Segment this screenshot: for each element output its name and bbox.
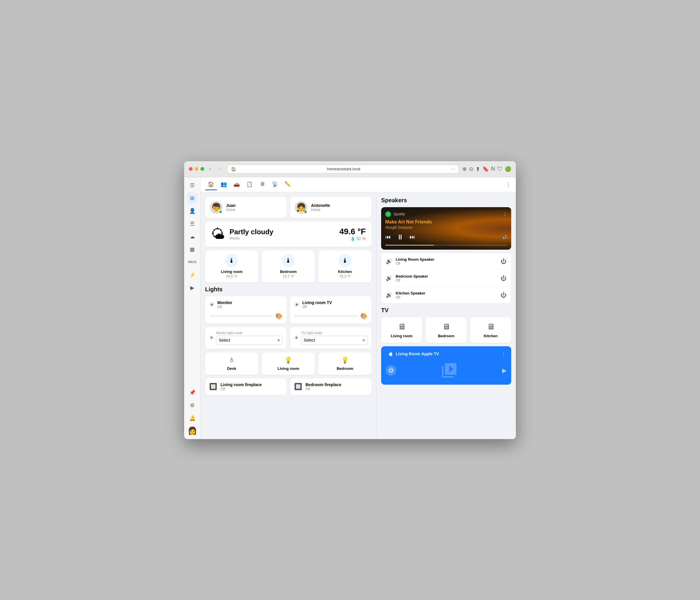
tv-name-bedroom: Bedroom (438, 334, 454, 338)
hacs-nav[interactable]: HACS (186, 256, 198, 268)
car-tab[interactable]: 🚗 (231, 179, 242, 190)
list-tab[interactable]: 📋 (244, 179, 255, 190)
speaker-power-bedroom[interactable]: ⏻ (501, 275, 506, 282)
tv-room-living[interactable]: 🖥 Living room (381, 317, 422, 343)
tv-room-kitchen[interactable]: 🖥 Kitchen (470, 317, 511, 343)
light-slider-monitor[interactable] (209, 315, 273, 317)
close-button[interactable] (189, 167, 193, 171)
traffic-lights (189, 167, 204, 171)
share-box-icon[interactable]: ⬆ (476, 166, 480, 172)
speaker-icon-bedroom: 🔊 (386, 275, 392, 281)
tv-mode-icon: ☀ (294, 334, 299, 341)
tv-mode-value: Select (304, 338, 362, 343)
thermo-kitchen[interactable]: 🌡 Kitchen 79.3 °F (318, 250, 372, 282)
monitor-mode-label: Monitor light mode (216, 331, 282, 334)
profile-icon[interactable]: 🟢 (505, 166, 511, 172)
speaker-power-kitchen[interactable]: ⏻ (501, 292, 506, 299)
desk-light-card[interactable]: 🕯 Desk (205, 352, 258, 375)
bookmark-icon[interactable]: 🔖 (482, 166, 489, 172)
address-more-button[interactable]: ··· (451, 167, 455, 172)
grid-nav[interactable]: ▦ (186, 244, 198, 255)
speaker-info-kitchen: Kitchen Speaker Off (396, 291, 425, 299)
maximize-button[interactable] (200, 167, 204, 171)
light-status-living-tv: Off (302, 305, 332, 309)
apple-tv-name: Living Room Apple TV (396, 351, 501, 356)
light-header-monitor: ☀ Monitor Off (209, 300, 282, 309)
palette-icon-living-tv[interactable]: 🎨 (360, 312, 368, 320)
living-light-card[interactable]: 💡 Living room (262, 352, 315, 375)
light-info-monitor: Monitor Off (217, 300, 232, 309)
speaker-status-living: Off (396, 261, 434, 266)
apple-tv-play-button[interactable]: ▶ (502, 367, 506, 374)
user-card-antonette[interactable]: 👧 Antonette Home (290, 197, 372, 218)
hamburger-menu[interactable]: ☰ (186, 179, 198, 191)
spotify-more-button[interactable]: ⋮ (502, 211, 507, 217)
user-avatar-nav[interactable]: 👩 (186, 425, 198, 437)
signal-tab[interactable]: 📡 (269, 179, 281, 190)
dashboard-nav[interactable]: ⊞ (186, 192, 198, 204)
tv-name-kitchen: Kitchen (484, 334, 498, 338)
shield-icon[interactable]: 🛡 (497, 166, 502, 172)
pin-nav[interactable]: 📌 (186, 387, 198, 398)
download-icon[interactable]: ⊕ (462, 166, 467, 172)
back-button[interactable]: ‹ (208, 166, 213, 172)
volume-icon[interactable]: 🔊 (502, 235, 507, 240)
person-nav[interactable]: 👤 (186, 205, 198, 217)
apple-tv-row2: ⏻ ▶ (386, 360, 506, 381)
share-icon[interactable]: ⊙ (469, 166, 473, 172)
monitor-mode-icon: ☀ (209, 334, 214, 341)
speaker-power-living[interactable]: ⏻ (501, 258, 506, 265)
tv-icon-kitchen: 🖥 (487, 322, 495, 331)
spotify-progress-fill (385, 245, 434, 246)
spotify-card: ♫ Spotify ⋮ Make Art Not Friends Sturgil… (381, 207, 511, 250)
bedroom-fireplace-icon: 🔲 (294, 383, 302, 391)
speaker-status-bedroom: Off (396, 278, 428, 282)
people-tab[interactable]: 👥 (218, 179, 229, 190)
top-nav-more[interactable]: ⋮ (505, 181, 511, 188)
desk-light-icon: 🕯 (228, 356, 235, 364)
living-fireplace-name: Living room fireplace (221, 382, 262, 387)
avatar-container-antonette: 👧 (295, 201, 307, 214)
monitor-light-mode-card: ☀ Monitor light mode Select ▾ (205, 327, 286, 349)
thermo-living-room[interactable]: 🌡 Living room 76.5 °F (205, 250, 258, 282)
pause-button[interactable]: ⏸ (397, 233, 404, 241)
site-icon: 🏠 (231, 167, 236, 171)
address-bar[interactable]: 🏠 homeassistant.local ··· (227, 165, 459, 173)
speaker-icon-living: 🔊 (386, 258, 392, 265)
extension-nav[interactable]: ⚡ (186, 269, 198, 281)
status-dot-juan (219, 210, 222, 214)
thermostat-cards: 🌡 Living room 76.5 °F 🌡 Bedroom 74.7 °F … (205, 250, 372, 282)
notion-icon[interactable]: N (491, 166, 495, 172)
user-cards: 👦 Juan Home 👧 (205, 197, 372, 218)
fireplace-row: 🔲 Living room fireplace Off 🔲 Bedroom fi… (205, 378, 372, 395)
cloud-nav[interactable]: ☁ (186, 231, 198, 242)
forward-button[interactable]: ☆ (216, 166, 224, 172)
palette-icon-monitor[interactable]: 🎨 (275, 312, 282, 320)
living-light-icon: 💡 (284, 356, 292, 364)
spotify-header: ♫ Spotify ⋮ (385, 211, 507, 217)
list-nav[interactable]: ☰ (186, 218, 198, 230)
next-track-button[interactable]: ⏭ (410, 234, 416, 240)
edit-tab[interactable]: ✏️ (282, 179, 294, 190)
prev-track-button[interactable]: ⏮ (385, 234, 391, 240)
media-nav[interactable]: ▶ (186, 282, 198, 294)
monitor-mode-select[interactable]: Select ▾ (216, 336, 282, 345)
apple-tv-power-button[interactable]: ⏻ (386, 365, 396, 376)
minimize-button[interactable] (195, 167, 198, 171)
spotify-progress-bar[interactable] (385, 245, 507, 246)
bell-nav[interactable]: 🔔 (186, 412, 198, 424)
thermo-bedroom[interactable]: 🌡 Bedroom 74.7 °F (262, 250, 315, 282)
monitor-tab[interactable]: 🖥 (256, 179, 268, 190)
settings-nav[interactable]: ⚙ (186, 400, 198, 411)
tv-room-bedroom[interactable]: 🖥 Bedroom (426, 317, 467, 343)
spotify-label: Spotify (393, 212, 405, 216)
light-name-monitor: Monitor (217, 300, 232, 305)
tv-mode-select[interactable]: Select ▾ (301, 336, 368, 345)
speaker-item-bedroom: 🔊 Bedroom Speaker Off ⏻ (381, 270, 511, 287)
apple-tv-more-button[interactable]: ⋮ (501, 350, 506, 357)
light-slider-living-tv[interactable] (294, 315, 358, 317)
bedroom-light-card[interactable]: 💡 Bedroom (318, 352, 372, 375)
user-card-juan[interactable]: 👦 Juan Home (205, 197, 286, 218)
home-tab[interactable]: 🏠 (205, 179, 217, 190)
light-status-monitor: Off (217, 305, 232, 309)
